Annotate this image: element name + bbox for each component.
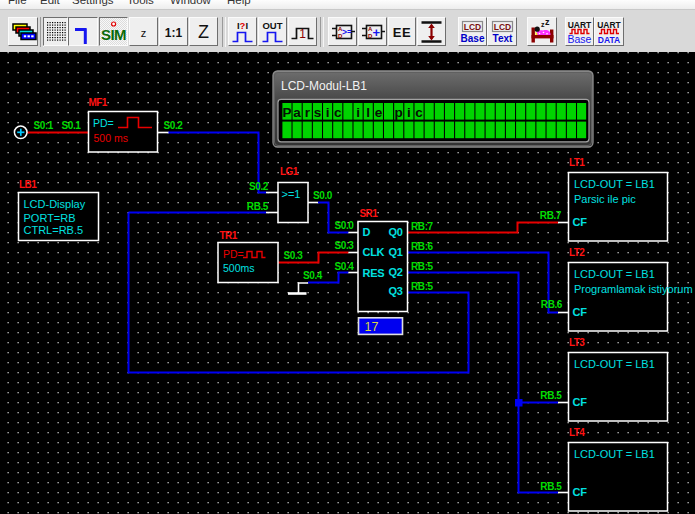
svg-text:17: 17 — [365, 320, 379, 334]
svg-text:LT1: LT1 — [569, 157, 585, 168]
svg-text:Z: Z — [198, 22, 209, 42]
svg-text:CTRL=RB.5: CTRL=RB.5 — [24, 224, 84, 236]
svg-text:SR1: SR1 — [360, 208, 379, 219]
svg-text:LCD-OUT = LB1: LCD-OUT = LB1 — [574, 358, 655, 370]
svg-text:Q1: Q1 — [388, 246, 402, 258]
svg-text:1: 1 — [299, 27, 306, 41]
svg-text:S0.4: S0.4 — [335, 261, 355, 272]
svg-text:500ms: 500ms — [223, 262, 255, 274]
svg-text:1:1: 1:1 — [165, 26, 183, 40]
svg-text:i: i — [326, 105, 330, 120]
svg-text:S0.2: S0.2 — [249, 181, 269, 192]
svg-text:RB.5: RB.5 — [540, 481, 562, 492]
svg-text:Programlamak istiyorum: Programlamak istiyorum — [574, 283, 693, 295]
svg-text:OUT: OUT — [262, 20, 282, 31]
svg-text:S0.0: S0.0 — [313, 190, 333, 201]
svg-text:>=: >= — [342, 27, 352, 37]
svg-text:MF1: MF1 — [89, 97, 108, 108]
svg-text:CF: CF — [573, 216, 588, 228]
svg-text:P: P — [282, 105, 291, 120]
svg-text:RB:5: RB:5 — [411, 261, 434, 272]
svg-text:Text: Text — [493, 33, 513, 44]
svg-text:i: i — [407, 105, 411, 120]
svg-text:Q2: Q2 — [388, 266, 402, 278]
svg-text:500 ms: 500 ms — [94, 132, 128, 144]
svg-text:CF: CF — [573, 396, 588, 408]
svg-text:LCD-OUT = LB1: LCD-OUT = LB1 — [574, 268, 655, 280]
svg-text:Q0: Q0 — [388, 226, 402, 238]
svg-text:z: z — [545, 18, 550, 27]
svg-text:CF: CF — [573, 306, 588, 318]
svg-text:CF: CF — [573, 486, 588, 498]
svg-text:D: D — [363, 226, 371, 238]
svg-text:DATA: DATA — [598, 35, 620, 45]
svg-text:SIM: SIM — [101, 26, 126, 43]
svg-text:S0.2: S0.2 — [164, 120, 184, 131]
svg-text:Q3: Q3 — [388, 285, 402, 297]
svg-text:S0.0: S0.0 — [335, 220, 355, 231]
svg-text:UART: UART — [597, 20, 621, 30]
svg-text:RB.7: RB.7 — [540, 210, 562, 221]
svg-text:S0:1: S0:1 — [34, 120, 54, 131]
svg-text:c: c — [415, 105, 423, 120]
svg-text:CLK: CLK — [363, 246, 385, 258]
svg-text:RB:7: RB:7 — [411, 221, 434, 232]
svg-text:LT4: LT4 — [569, 427, 585, 438]
svg-text:LCD-Display: LCD-Display — [24, 198, 86, 210]
svg-text:r: r — [305, 105, 311, 120]
svg-text:p: p — [395, 105, 403, 120]
svg-text:LCD: LCD — [464, 22, 481, 32]
svg-text:LCD: LCD — [494, 22, 511, 32]
svg-text:a: a — [293, 105, 301, 120]
svg-text:z: z — [141, 27, 147, 39]
svg-text:e: e — [375, 105, 383, 120]
svg-text:Parsic ile pic: Parsic ile pic — [574, 193, 636, 205]
svg-text:LT3: LT3 — [569, 337, 585, 348]
svg-text:LB1: LB1 — [19, 179, 37, 190]
svg-text:RB.5: RB.5 — [247, 201, 269, 212]
svg-text:>=1: >=1 — [282, 188, 301, 200]
svg-text:PD=: PD= — [223, 248, 244, 260]
svg-text:c: c — [334, 105, 342, 120]
svg-text:RES: RES — [363, 267, 385, 279]
svg-text:LCD-Modul-LB1: LCD-Modul-LB1 — [281, 79, 367, 93]
svg-text:l: l — [366, 105, 370, 120]
svg-text:Base: Base — [568, 33, 592, 45]
svg-text:+: + — [373, 25, 381, 40]
svg-text:RB.5: RB.5 — [540, 390, 562, 401]
svg-text:UART: UART — [568, 20, 592, 30]
svg-text:S0.3: S0.3 — [335, 240, 355, 251]
svg-text:S0.4: S0.4 — [303, 270, 323, 281]
svg-text:LCD-OUT = LB1: LCD-OUT = LB1 — [574, 448, 655, 460]
svg-text:s: s — [314, 105, 322, 120]
svg-text:LG1: LG1 — [280, 166, 299, 177]
svg-text:RB.6: RB.6 — [541, 299, 563, 310]
svg-text:LT2: LT2 — [569, 247, 585, 258]
svg-text:RB:5: RB:5 — [411, 281, 434, 292]
svg-text:PD=: PD= — [93, 117, 114, 129]
svg-text:Base: Base — [461, 33, 485, 44]
svg-text:LCD-OUT = LB1: LCD-OUT = LB1 — [574, 178, 655, 190]
svg-text:TR1: TR1 — [220, 230, 238, 241]
svg-text:I?I: I?I — [237, 20, 248, 31]
svg-text:EE: EE — [393, 25, 411, 40]
svg-text:RB:6: RB:6 — [411, 241, 434, 252]
svg-text:PORT=RB: PORT=RB — [24, 212, 76, 224]
svg-text:S0.1: S0.1 — [62, 120, 82, 131]
svg-text:S0.3: S0.3 — [284, 250, 304, 261]
svg-text:i: i — [356, 105, 360, 120]
